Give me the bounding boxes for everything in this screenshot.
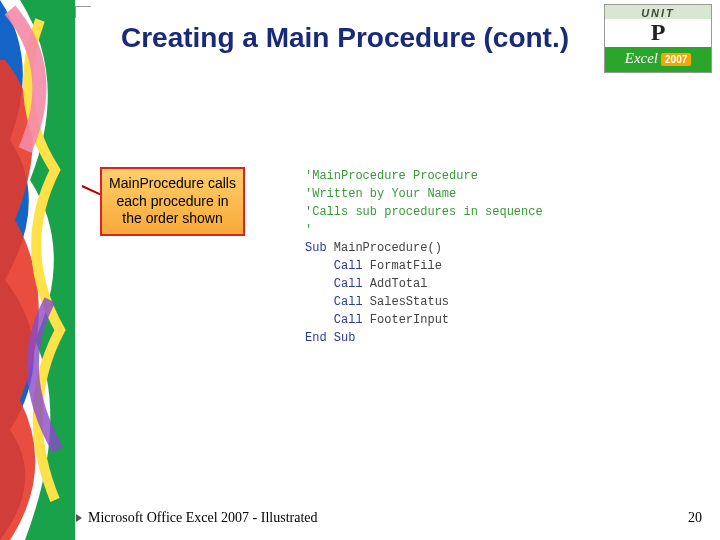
footer-text: Microsoft Office Excel 2007 - Illustrate… [88,510,318,526]
decorative-sidebar-art [0,0,75,540]
annotation-callout: MainProcedure calls each procedure in th… [100,167,245,236]
code-text: MainProcedure() [327,241,442,255]
code-text: AddTotal [363,277,428,291]
code-comment: 'MainProcedure Procedure [305,169,478,183]
unit-badge: UNIT P Excel2007 [604,4,712,73]
code-keyword: End Sub [305,331,355,345]
page-number: 20 [688,510,702,526]
vba-code-block: 'MainProcedure Procedure 'Written by You… [305,167,543,347]
code-keyword: Call [334,295,363,309]
brand-year: 2007 [661,53,691,66]
unit-brand: Excel2007 [605,47,711,72]
decorative-corner [75,6,91,18]
code-comment: 'Written by Your Name [305,187,456,201]
code-keyword: Call [334,259,363,273]
code-comment: ' [305,223,312,237]
code-comment: 'Calls sub procedures in sequence [305,205,543,219]
callout-pointer-line [82,185,101,195]
unit-letter: P [605,19,711,47]
code-text: FormatFile [363,259,442,273]
unit-label: UNIT [605,5,711,19]
brand-name: Excel [625,50,658,66]
code-keyword: Sub [305,241,327,255]
code-keyword: Call [334,277,363,291]
page-title: Creating a Main Procedure (cont.) [100,20,590,55]
footer-bullet-icon [76,514,82,522]
code-text: SalesStatus [363,295,449,309]
code-text: FooterInput [363,313,449,327]
code-keyword: Call [334,313,363,327]
